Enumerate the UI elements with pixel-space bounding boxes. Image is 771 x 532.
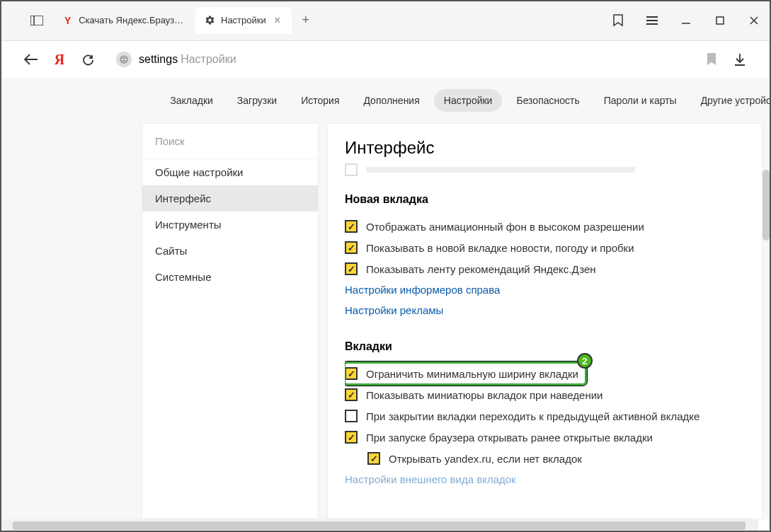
tab-title: Настройки [221,15,266,25]
check-row-thumbnails[interactable]: Показывать миниатюры вкладок при наведен… [345,384,762,405]
menu-icon[interactable] [635,7,669,34]
tab-settings[interactable]: Настройки × [195,7,292,34]
scrollbar-horizontal[interactable] [0,519,758,532]
svg-rect-0 [30,16,43,25]
checkbox-icon[interactable] [345,388,358,401]
topnav-other-devices[interactable]: Другие устройс [691,89,771,112]
topnav-bookmarks[interactable]: Закладки [160,89,223,112]
close-icon[interactable]: × [272,15,283,26]
checkbox-icon[interactable] [345,410,358,422]
close-window-button[interactable] [737,7,771,34]
checkbox-icon[interactable] [345,220,358,233]
maximize-button[interactable] [703,7,737,34]
check-row-min-width[interactable]: Ограничить минимальную ширину вкладки 2 [345,363,586,384]
sidebar-item-sites[interactable]: Сайты [142,238,318,264]
link-tabs-appearance[interactable]: Настройки внешнего вида вкладок [345,469,762,490]
check-row-zen[interactable]: Показывать ленту рекомендаций Яндекс.Дзе… [345,258,762,279]
callout-badge-2: 2 [577,353,593,369]
checkbox-icon[interactable] [367,452,380,465]
site-identity-icon [116,52,132,67]
settings-topnav: Закладки Загрузки История Дополнения Нас… [0,78,771,123]
page-title: Интерфейс [345,138,762,158]
checkbox-icon[interactable] [345,262,358,275]
gear-icon [204,15,215,26]
sidebar-item-tools[interactable]: Инструменты [142,212,318,238]
link-informers[interactable]: Настройки информеров справа [345,279,762,300]
reload-button[interactable] [74,45,102,74]
checkbox-label: Открывать yandex.ru, если нет вкладок [389,453,582,465]
check-row-anim-bg[interactable]: Отображать анимационный фон в высоком ра… [345,216,762,237]
section-title-newtab: Новая вкладка [345,193,762,206]
svg-rect-6 [716,17,724,24]
checkbox-icon[interactable] [345,241,358,254]
checkbox-icon[interactable] [345,367,358,380]
topnav-settings[interactable]: Настройки [434,89,503,112]
tab-title: Скачать Яндекс.Браузер д [79,15,187,25]
checkbox-label: Показывать в новой вкладке новости, пого… [366,242,634,254]
check-row-open-yandex[interactable]: Открывать yandex.ru, если нет вкладок [367,448,762,469]
checkbox-label: Ограничить минимальную ширину вкладки [366,368,578,380]
reader-mode-icon[interactable] [601,7,635,34]
truncated-option-row [345,163,762,176]
sidebar-item-general[interactable]: Общие настройки [142,159,318,185]
scrollbar-vertical[interactable] [763,170,770,241]
bookmark-icon[interactable] [697,45,726,74]
topnav-downloads[interactable]: Загрузки [227,89,287,112]
url-rest: Настройки [181,53,236,66]
minimize-button[interactable] [669,7,703,34]
check-row-prev-tab[interactable]: При закрытии вкладки переходить к предыд… [345,405,762,427]
checkbox-label: Показывать ленту рекомендаций Яндекс.Дзе… [366,263,596,275]
address-bar: Я settings Настройки [0,41,771,78]
checkbox-label: Отображать анимационный фон в высоком ра… [366,221,644,233]
titlebar: Y Скачать Яндекс.Браузер д Настройки × + [0,0,771,41]
checkbox-label: При закрытии вкладки переходить к предыд… [366,410,699,422]
check-row-news-weather[interactable]: Показывать в новой вкладке новости, пого… [345,237,762,258]
link-ads[interactable]: Настройки рекламы [345,300,762,320]
checkbox-label: Показывать миниатюры вкладок при наведен… [366,389,603,401]
tab-yandex-download[interactable]: Y Скачать Яндекс.Браузер д [54,7,195,34]
sidebar-item-interface[interactable]: Интерфейс [142,185,318,212]
scrollbar-thumb[interactable] [13,521,746,530]
url-input[interactable]: settings Настройки [108,45,692,74]
checkbox-label: При запуске браузера открывать ранее отк… [366,432,653,444]
new-tab-button[interactable]: + [296,13,316,28]
settings-main: Интерфейс Новая вкладка Отображать анима… [327,123,763,519]
sidebar-item-system[interactable]: Системные [142,264,318,290]
settings-sidebar: Поиск Общие настройки Интерфейс Инструме… [142,123,319,519]
url-main: settings [139,53,178,66]
topnav-passwords[interactable]: Пароли и карты [594,89,687,112]
page-content: Закладки Загрузки История Дополнения Нас… [0,78,771,519]
topnav-history[interactable]: История [291,89,349,112]
topnav-extensions[interactable]: Дополнения [353,89,429,112]
tab-favicon-yandex: Y [62,15,73,26]
topnav-security[interactable]: Безопасность [506,89,589,112]
section-title-tabs: Вкладки [345,340,762,353]
back-button[interactable] [17,45,45,74]
checkbox-icon[interactable] [345,431,358,444]
panel-toggle-button[interactable] [20,7,54,34]
settings-search-input[interactable]: Поиск [142,124,318,159]
downloads-icon[interactable] [726,45,754,74]
check-row-restore-tabs[interactable]: При запуске браузера открывать ранее отк… [345,427,762,448]
yandex-home-button[interactable]: Я [45,45,74,74]
